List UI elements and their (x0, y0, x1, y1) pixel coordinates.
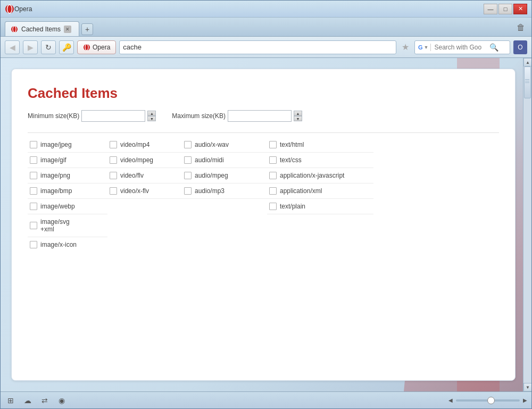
tab-bar: Cached Items ✕ + 🗑 (1, 18, 531, 37)
reload-button[interactable]: ↻ (41, 40, 56, 54)
title-bar: Opera — □ ✕ (1, 1, 531, 18)
zoom-slider-thumb[interactable] (487, 397, 495, 404)
min-size-up[interactable]: ▲ (147, 111, 156, 116)
extension-button[interactable]: O (513, 40, 527, 54)
max-size-up[interactable]: ▲ (294, 111, 302, 116)
list-item: image/svg+xml (28, 214, 107, 237)
bookmark-icon[interactable]: ★ (400, 42, 411, 52)
checkbox-audio-xwav[interactable] (184, 141, 192, 148)
max-size-input[interactable] (228, 110, 292, 122)
list-item: image/webp (28, 199, 107, 214)
col-text-app: text/html text/css application/x-javascr… (267, 137, 373, 252)
new-tab-button[interactable]: + (81, 23, 93, 35)
checkbox-audio-mp3[interactable] (184, 187, 192, 195)
checkbox-audio-midi[interactable] (184, 156, 192, 164)
checkbox-image-svg[interactable] (30, 222, 37, 229)
checkbox-app-js[interactable] (269, 172, 277, 179)
zoom-out-button[interactable]: ◀ (448, 397, 453, 403)
checkbox-app-xml[interactable] (269, 187, 277, 195)
close-button[interactable]: ✕ (513, 4, 527, 14)
address-input[interactable] (123, 43, 393, 51)
content-area: Cached Items Minimum size(KB) ▲ ▼ Maximu… (1, 58, 531, 391)
reload-icon: ↻ (45, 43, 52, 52)
tab-cached-items[interactable]: Cached Items ✕ (5, 21, 79, 36)
trash-icon[interactable]: 🗑 (514, 21, 527, 34)
tab-close-button[interactable]: ✕ (64, 26, 71, 33)
back-icon: ◀ (10, 43, 15, 52)
page-title: Cached Items (28, 85, 499, 102)
opera-menu-button[interactable]: Opera (77, 40, 116, 54)
min-size-input[interactable] (81, 110, 145, 122)
max-size-group: Maximum size(KB) ▲ ▼ (172, 110, 302, 122)
checkbox-image-jpeg[interactable] (30, 141, 37, 148)
list-item: text/plain (267, 199, 373, 214)
maximize-button[interactable]: □ (498, 4, 512, 14)
checkbox-video-xflv[interactable] (110, 187, 117, 195)
zoom-slider-track[interactable] (456, 399, 520, 402)
zoom-control: ◀ ▶ (448, 397, 527, 403)
list-item: image/x-icon (28, 237, 107, 252)
scrollbar-grip (525, 79, 529, 83)
checkbox-audio-mpeg[interactable] (184, 172, 192, 179)
checkbox-image-gif[interactable] (30, 156, 37, 164)
zoom-in-button[interactable]: ▶ (523, 397, 527, 403)
list-item: image/gif (28, 153, 107, 168)
list-item: audio/midi (182, 153, 267, 168)
opera-icon (83, 44, 90, 51)
minimize-button[interactable]: — (484, 4, 497, 14)
list-item: image/bmp (28, 183, 107, 199)
opera-label: Opera (93, 44, 110, 51)
search-dropdown-icon[interactable]: ▼ (424, 45, 429, 50)
search-divider (430, 44, 431, 51)
list-item: video/x-flv (107, 183, 182, 199)
list-item-empty (182, 206, 267, 214)
scrollbar[interactable]: ▲ ▼ (523, 58, 531, 391)
tab-bar-right: 🗑 (514, 21, 527, 34)
cloud-button[interactable]: ☁ (22, 395, 34, 406)
col-video: video/mp4 video/mpeg video/flv video/x-f… (107, 137, 182, 252)
tab-favicon (11, 26, 18, 33)
checkbox-image-xicon[interactable] (30, 241, 37, 248)
checkbox-text-html[interactable] (269, 141, 277, 148)
checkbox-video-flv[interactable] (110, 172, 117, 179)
list-item-empty (107, 199, 182, 206)
checkbox-text-css[interactable] (269, 156, 277, 164)
checkbox-text-plain[interactable] (269, 203, 277, 210)
checkbox-image-webp[interactable] (30, 203, 37, 210)
content-panel: Cached Items Minimum size(KB) ▲ ▼ Maximu… (11, 69, 516, 381)
list-item: video/flv (107, 168, 182, 183)
min-size-down[interactable]: ▼ (147, 116, 156, 121)
tab-label: Cached Items (21, 26, 61, 33)
list-item: application/x-javascript (267, 168, 373, 183)
extension-icon: O (518, 44, 522, 51)
window-title: Opera (14, 5, 484, 13)
list-item-empty (107, 214, 182, 221)
checkbox-video-mp4[interactable] (110, 141, 117, 148)
scroll-down-button[interactable]: ▼ (523, 383, 531, 391)
search-input[interactable] (434, 44, 487, 51)
status-bar: ⊞ ☁ ⇄ ◉ ◀ ▶ (1, 391, 531, 408)
search-engine-selector[interactable]: G ▼ (418, 44, 432, 51)
camera-button[interactable]: ◉ (56, 395, 68, 406)
browser-window: Opera — □ ✕ Cached Items ✕ + 🗑 ◀ ▶ (0, 0, 532, 409)
max-size-spinner: ▲ ▼ (294, 111, 302, 121)
checkbox-image-bmp[interactable] (30, 187, 37, 195)
checkbox-image-png[interactable] (30, 172, 37, 179)
forward-button[interactable]: ▶ (23, 40, 38, 54)
share-button[interactable]: ⇄ (39, 395, 51, 406)
address-bar[interactable] (119, 40, 396, 54)
scrollbar-track[interactable] (523, 66, 531, 383)
checkbox-video-mpeg[interactable] (110, 156, 117, 164)
key-button[interactable]: 🔑 (59, 40, 74, 54)
navigation-bar: ◀ ▶ ↻ 🔑 Opera ★ G ▼ (1, 37, 531, 58)
max-size-down[interactable]: ▼ (294, 116, 302, 121)
page-view-button[interactable]: ⊞ (5, 395, 16, 406)
scroll-up-button[interactable]: ▲ (523, 58, 531, 66)
back-button[interactable]: ◀ (5, 40, 20, 54)
search-magnifier-icon[interactable]: 🔍 (489, 43, 498, 52)
scrollbar-thumb[interactable] (524, 66, 531, 98)
list-item: application/xml (267, 183, 373, 199)
opera-logo-icon (5, 4, 14, 14)
col-audio: audio/x-wav audio/midi audio/mpeg audio/… (182, 137, 267, 252)
search-box[interactable]: G ▼ 🔍 (414, 40, 510, 54)
